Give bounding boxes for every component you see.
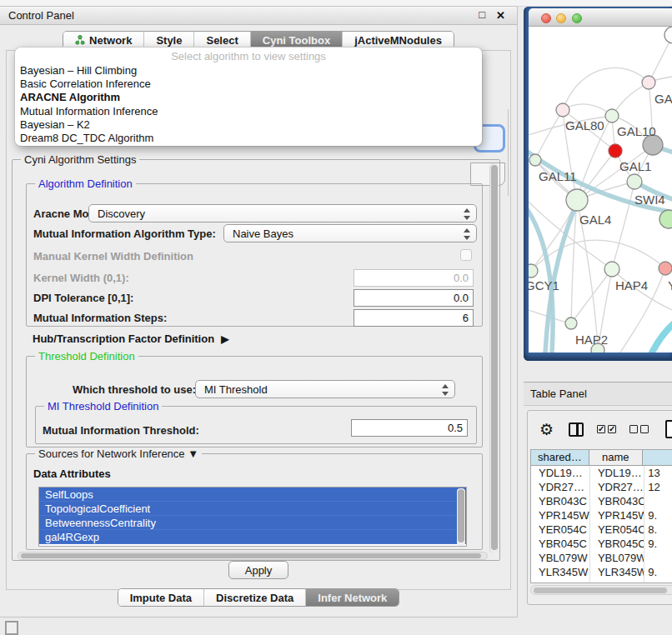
table-row[interactable]: YBR045C YBR045C 9. [531,537,672,551]
which-threshold-select[interactable]: MI Threshold [195,380,455,398]
settings-vertical-scrollbar-thumb[interactable] [491,165,498,550]
tab-select[interactable]: Select [194,32,250,48]
table-row[interactable]: YPR145W YPR145W 9. [531,508,672,522]
table-panel-header[interactable]: Table Panel [524,382,672,406]
algorithm-dropdown-item[interactable]: Basic Correlation Inference [15,78,482,91]
close-window-icon[interactable] [541,13,551,23]
combo-arrows-icon [464,228,471,241]
column-header-name[interactable]: name [589,450,643,465]
apply-button[interactable]: Apply [228,561,288,579]
mi-threshold-definition-group: MI Threshold Definition Mutual Informati… [35,406,477,444]
mi-threshold-field[interactable]: 0.5 [351,419,468,437]
tab-style[interactable]: Style [144,32,194,48]
minimize-window-icon[interactable] [556,13,566,23]
mi-steps-field[interactable]: 6 [354,309,474,327]
show-columns-icon[interactable] [569,422,584,437]
tab-jactivemnodules[interactable]: jActiveMNodules [343,32,454,48]
settings-vertical-scrollbar[interactable] [489,163,499,553]
mi-type-value: Naive Bayes [233,228,293,240]
tab-style-label: Style [156,34,182,47]
sources-expanded-arrow-icon[interactable]: ▼ [188,448,198,460]
network-node-y[interactable] [659,262,672,275]
table-horizontal-scrollbar-thumb[interactable] [534,588,667,593]
algorithm-dropdown-item[interactable]: Mutual Information Inference [15,105,482,118]
list-vertical-scrollbar-thumb[interactable] [458,489,464,542]
network-node-gcy1[interactable] [529,264,538,278]
list-vertical-scrollbar[interactable] [457,488,465,546]
network-node-hap4[interactable] [604,262,619,277]
network-node-gal1[interactable] [627,174,642,189]
mi-threshold-definition-title: MI Threshold Definition [44,400,162,412]
algorithm-dropdown-item[interactable]: Bayesian – K2 [15,118,482,132]
sources-title[interactable]: Sources for Network Inference ▼ [35,448,202,460]
manual-kernel-checkbox[interactable] [460,249,472,261]
network-canvas[interactable]: GAL8GAL80GAL10GAL1GAL11GAL4SWI4GCY1HAP4Y… [529,27,672,352]
data-attribute-item[interactable]: TopologicalCoefficient [39,502,466,516]
tab-cyni-toolbox[interactable]: Cyni Toolbox [251,32,343,48]
algorithm-dropdown-item[interactable]: Bayesian – Hill Climbing [15,64,482,78]
table-row[interactable]: YIL052C YIL052C 9 [531,579,672,583]
column-header-shared-name[interactable]: shared… [531,450,589,465]
dpi-tolerance-field[interactable]: 0.0 [354,289,474,307]
hub-definition-toggle[interactable]: Hub/Transcription Factor Definition▶ [33,332,228,345]
algorithm-dropdown-prompt[interactable]: Select algorithm to view settings [15,49,482,64]
tab-infer-network[interactable]: Infer Network [306,589,399,606]
mi-type-row: Mutual Information Algorithm Type: Naive… [27,224,482,242]
hub-collapsed-arrow-icon[interactable]: ▶ [221,333,228,345]
aracne-mode-select[interactable]: Discovery [88,204,477,222]
network-node-gal80[interactable] [556,103,569,117]
close-panel-icon[interactable]: ✕ [496,9,505,22]
minimized-panel-icon[interactable] [5,621,18,635]
network-node-unlabeled[interactable] [609,144,622,158]
network-node-gal4[interactable] [566,189,588,211]
network-window-titlebar[interactable] [529,8,672,27]
network-node-hap2[interactable] [565,318,577,329]
settings-horizontal-scrollbar[interactable] [18,552,488,560]
gear-icon[interactable]: ⚙ [539,420,554,439]
network-node-gal11[interactable] [529,154,541,166]
float-window-icon[interactable]: □ [479,8,485,21]
table-row[interactable]: YBL079W YBL079W [531,551,672,565]
table-row[interactable]: YER054C YER054C 8. [531,522,672,537]
tab-network[interactable]: Network [63,32,144,48]
zoom-window-icon[interactable] [572,13,582,23]
select-all-columns-button[interactable]: ✓ ✓ [597,425,616,433]
mi-type-select[interactable]: Naive Bayes [223,224,477,242]
kernel-width-field[interactable]: 0.0 [354,269,474,287]
mi-steps-row: Mutual Information Steps: 6 [27,309,482,327]
table-row[interactable]: YDR27… YDR27… 12 [531,480,672,494]
network-node-swi4[interactable] [659,210,672,228]
table-panel: ⚙ ✓ ✓ shared… name A YDL19… YDL19… 13 YD… [527,410,672,605]
kernel-width-label: Kernel Width (0,1): [33,272,129,284]
threshold-definition-title: Threshold Definition [35,350,138,362]
algorithm-dropdown-item[interactable]: Dream8 DC_TDC Algorithm [15,132,482,145]
data-attributes-label: Data Attributes [33,468,111,480]
table-row[interactable]: YDL19… YDL19… 13 [531,466,672,480]
table-row[interactable]: YLR345W YLR345W 9. [531,565,672,579]
algorithm-dropdown-item[interactable]: ARACNE Algorithm [15,91,482,104]
data-attribute-item[interactable]: gal4RGexp [39,530,466,544]
tab-impute-data[interactable]: Impute Data [118,589,204,606]
control-panel-title: Control Panel [8,9,74,22]
network-node-gal8[interactable] [642,76,655,89]
control-panel-tabbar: Network Style Select Cyni Toolbox jActiv… [0,31,517,49]
unchecked-box-icon [640,425,649,433]
network-view-window: GAL8GAL80GAL10GAL1GAL11GAL4SWI4GCY1HAP4Y… [524,7,672,361]
table-row[interactable]: YBR043C YBR043C [531,494,672,508]
data-attribute-item[interactable]: SelfLoops [39,488,466,502]
hub-definition-label: Hub/Transcription Factor Definition [33,332,214,345]
aracne-mode-value: Discovery [98,208,145,220]
data-attributes-list[interactable]: SelfLoopsTopologicalCoefficientBetweenne… [38,487,467,547]
control-panel-titlebar[interactable]: Control Panel □ ✕ [0,7,517,25]
deselect-all-columns-button[interactable] [629,425,649,433]
data-attribute-item[interactable]: BetweennessCentrality [39,516,466,530]
tab-discretize-data[interactable]: Discretize Data [204,589,306,606]
column-header-clipped[interactable]: A [643,450,672,465]
network-node-unlabeled[interactable] [664,27,672,43]
mi-threshold-label: Mutual Information Threshold: [43,424,199,437]
network-node-gal10[interactable] [605,109,619,122]
export-table-icon[interactable] [665,420,672,438]
manual-kernel-label: Manual Kernel Width Definition [33,250,193,262]
settings-horizontal-scrollbar-thumb[interactable] [21,553,481,558]
table-horizontal-scrollbar[interactable] [530,585,672,595]
